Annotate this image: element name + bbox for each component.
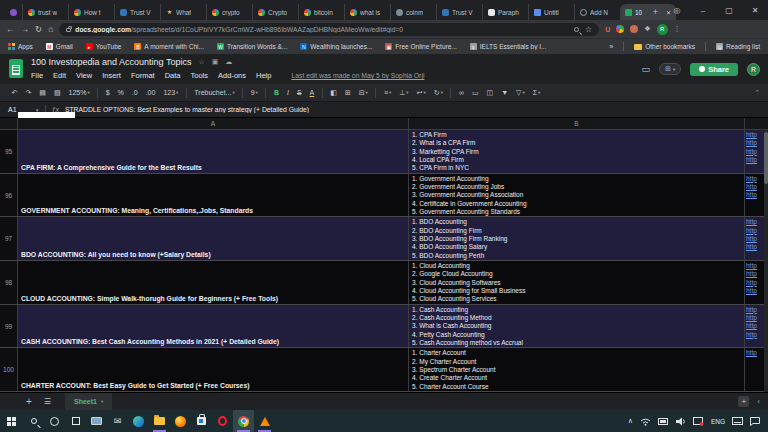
- colorful-extension-icon[interactable]: [616, 25, 624, 33]
- browser-menu-icon[interactable]: ⋮: [674, 25, 681, 33]
- browser-tab[interactable]: trust w: [22, 4, 68, 20]
- format-percent-button[interactable]: %: [114, 89, 127, 96]
- tray-chevron-icon[interactable]: ∧: [628, 417, 633, 425]
- cell-b[interactable]: 1. BDO Accounting2. BDO Accounting Firm3…: [409, 217, 745, 260]
- action-center-icon[interactable]: [750, 417, 760, 426]
- browser-tab[interactable]: [4, 4, 22, 20]
- menu-edit[interactable]: Edit: [53, 71, 66, 80]
- firefox-taskbar-icon[interactable]: [170, 410, 191, 432]
- zoom-page-icon[interactable]: [574, 27, 579, 32]
- text-wrap-button[interactable]: ↩▾: [413, 89, 429, 97]
- browser-tab[interactable]: crypto: [206, 4, 252, 20]
- strikethrough-button[interactable]: S: [293, 89, 305, 96]
- browser-tab[interactable]: ★What: [160, 4, 206, 20]
- minimize-button[interactable]: –: [690, 6, 716, 15]
- zoom-select-button[interactable]: 125%▾: [65, 89, 93, 96]
- bold-button[interactable]: B: [270, 89, 282, 96]
- bookmark-item[interactable]: WTransition Words &...: [217, 43, 287, 50]
- browser-tab[interactable]: what is: [344, 4, 390, 20]
- reading-list[interactable]: ▤Reading list: [716, 43, 760, 50]
- menu-format[interactable]: Format: [131, 71, 155, 80]
- borders-button[interactable]: ⊞: [341, 89, 354, 97]
- functions-button[interactable]: Σ▾: [529, 89, 544, 96]
- other-bookmarks[interactable]: Other bookmarks: [634, 43, 695, 50]
- column-header-a[interactable]: A: [18, 118, 409, 129]
- chrome-taskbar-icon[interactable]: [233, 410, 254, 432]
- row-number[interactable]: 99: [0, 305, 18, 348]
- all-sheets-icon[interactable]: ☰: [44, 397, 51, 406]
- edge-taskbar-icon[interactable]: [128, 410, 149, 432]
- wifi-icon[interactable]: [640, 417, 651, 426]
- start-taskbar-icon[interactable]: [2, 410, 23, 432]
- collapse-panel-icon[interactable]: ‹: [757, 397, 760, 406]
- insert-link-button[interactable]: ∞: [455, 89, 467, 96]
- merge-cells-button[interactable]: ⊟▾: [355, 89, 371, 97]
- account-avatar[interactable]: R: [747, 63, 760, 76]
- forward-icon[interactable]: →: [21, 24, 30, 34]
- profile-circle-icon[interactable]: ◎: [664, 6, 690, 15]
- insert-chart-button[interactable]: ◫: [483, 89, 497, 97]
- language-indicator[interactable]: ENG: [711, 418, 725, 425]
- maximize-button[interactable]: ▢: [716, 6, 742, 15]
- hide-toolbar-icon[interactable]: ⌃: [754, 89, 760, 97]
- browser-tab[interactable]: Trust V: [114, 4, 160, 20]
- italic-button[interactable]: I: [283, 89, 292, 96]
- vlc-taskbar-icon[interactable]: [254, 410, 275, 432]
- puzzle-extensions-icon[interactable]: ❖: [644, 25, 650, 33]
- speaker-icon[interactable]: [676, 417, 686, 426]
- cell-a[interactable]: BDO ACCOUNTING: All you need to know (+S…: [18, 217, 409, 260]
- text-rotate-button[interactable]: ↻▾: [430, 89, 446, 97]
- ublock-extension-icon[interactable]: U: [605, 26, 610, 33]
- move-folder-icon[interactable]: ▣: [212, 58, 219, 66]
- insert-comment-button[interactable]: ▭: [468, 89, 482, 97]
- fill-color-button[interactable]: ◧: [327, 89, 341, 97]
- text-color-button[interactable]: A: [306, 89, 318, 96]
- sheet-tab-sheet1[interactable]: Sheet1▾: [65, 393, 112, 411]
- back-icon[interactable]: ←: [6, 24, 15, 34]
- formula-input[interactable]: STRADDLE OPTIONS: Best Examples to maste…: [65, 106, 309, 113]
- monitor-taskbar-icon[interactable]: [86, 410, 107, 432]
- menu-tools[interactable]: Tools: [191, 71, 209, 80]
- column-header-b[interactable]: B: [409, 118, 745, 129]
- filter-button[interactable]: ▼: [498, 89, 512, 96]
- mail-taskbar-icon[interactable]: ✉: [107, 410, 128, 432]
- close-button[interactable]: ✕: [742, 6, 768, 15]
- horizontal-align-button[interactable]: ≡▾: [380, 89, 394, 96]
- vertical-scrollbar[interactable]: [764, 130, 768, 392]
- menu-add-ons[interactable]: Add-ons: [218, 71, 246, 80]
- add-sheet-button[interactable]: +: [26, 396, 32, 407]
- row-number[interactable]: 96: [0, 174, 18, 217]
- cell-a[interactable]: GOVERNMENT ACCOUNTING: Meaning, Certific…: [18, 174, 409, 217]
- cell-b[interactable]: 1. Cloud Accounting2. Google Cloud Accou…: [409, 261, 745, 304]
- increase-decimals-button[interactable]: .00: [142, 89, 159, 96]
- bookmark-item[interactable]: BA moment with Chi...: [134, 43, 204, 50]
- format-currency-button[interactable]: $: [102, 89, 113, 96]
- font-family-button[interactable]: Trebuchet...▾: [191, 89, 238, 96]
- taskview-taskbar-icon[interactable]: [65, 410, 86, 432]
- opera-taskbar-icon[interactable]: [212, 410, 233, 432]
- print-button[interactable]: ▤: [36, 89, 50, 97]
- cortana-taskbar-icon[interactable]: [44, 410, 65, 432]
- scrollbar-thumb[interactable]: [764, 132, 768, 184]
- browser-tab[interactable]: Trust V: [436, 4, 482, 20]
- bookmark-item[interactable]: ≡IELTS Essentials by I...: [470, 43, 547, 50]
- number-format-button[interactable]: 123▾: [160, 89, 182, 96]
- select-all-corner[interactable]: [0, 118, 18, 129]
- browser-avatar[interactable]: R: [657, 24, 668, 35]
- meet-presentation-button[interactable]: ⊞▾: [659, 63, 681, 75]
- browser-tab[interactable]: Paraph: [482, 4, 528, 20]
- cell-a[interactable]: CLOUD ACCOUNTING: Simple Walk-thorugh Gu…: [18, 261, 409, 304]
- cell-a[interactable]: CHARTER ACCOUNT: Best Easy Guide to Get …: [18, 348, 409, 391]
- bookmark-star-icon[interactable]: ☆: [585, 25, 592, 34]
- home-icon[interactable]: ⌂: [48, 24, 53, 34]
- cell-b[interactable]: 1. Cash Accounting2. Cash Accounting Met…: [409, 305, 745, 348]
- menu-insert[interactable]: Insert: [102, 71, 121, 80]
- screen-recorder-icon[interactable]: [693, 417, 704, 426]
- extension-icon[interactable]: [630, 25, 638, 33]
- store-taskbar-icon[interactable]: [191, 410, 212, 432]
- search-taskbar-icon[interactable]: [23, 410, 44, 432]
- battery-icon[interactable]: [658, 418, 669, 425]
- bookmark-item[interactable]: ▸YouTube: [86, 43, 122, 50]
- menu-view[interactable]: View: [76, 71, 92, 80]
- comment-history-icon[interactable]: ▭: [641, 64, 650, 74]
